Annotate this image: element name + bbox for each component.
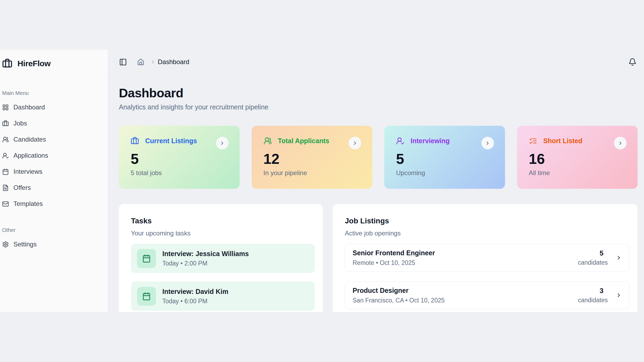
job-candidate-count: 3 (578, 287, 603, 295)
user-check-icon (2, 152, 9, 159)
nav-list-other: Settings (2, 238, 104, 251)
chevron-right-icon (616, 292, 622, 298)
stat-card-interviewing[interactable]: Interviewing 5 Upcoming (384, 126, 505, 189)
task-text: Interview: David Kim Today • 6:00 PM (162, 288, 228, 305)
bell-icon (628, 58, 636, 66)
chevron-right-icon (618, 141, 623, 146)
users-icon (264, 137, 272, 145)
task-when: Today • 2:00 PM (162, 260, 249, 267)
stat-label: Interviewing (411, 137, 450, 145)
sidebar: HireFlow Main Menu Dashboard Jobs Candid… (0, 50, 108, 312)
stat-value: 12 (264, 152, 361, 166)
page-title: Dashboard (119, 86, 638, 100)
breadcrumb-home-button[interactable] (137, 58, 144, 66)
stat-label: Total Applicants (278, 137, 330, 145)
job-row-right: 3 candidates (578, 287, 622, 304)
job-listings-card: Job Listings Active job openings Senior … (333, 204, 638, 312)
job-row[interactable]: Product Designer San Francisco, CA • Oct… (345, 281, 630, 309)
sidebar-item-label: Candidates (13, 136, 46, 143)
panel-left-icon (119, 58, 127, 66)
chevron-right-icon (616, 255, 622, 261)
job-candidate-count-label: candidates (578, 259, 608, 266)
sidebar-item-interviews[interactable]: Interviews (2, 165, 104, 178)
sidebar-item-label: Offers (13, 184, 31, 191)
topbar: Dashboard (108, 50, 644, 74)
sidebar-item-label: Jobs (13, 120, 27, 127)
stat-arrow-button[interactable] (216, 137, 229, 149)
job-row-right: 5 candidates (578, 249, 622, 266)
job-listings-subtitle: Active job openings (345, 229, 630, 237)
gear-icon (2, 241, 9, 248)
sidebar-item-label: Settings (13, 241, 37, 248)
stat-label: Current Listings (145, 137, 197, 145)
users-icon (2, 136, 9, 143)
main-content: Dashboard Analytics and insights for you… (108, 75, 644, 312)
calendar-icon (142, 254, 151, 263)
sidebar-item-offers[interactable]: Offers (2, 181, 104, 194)
sidebar-item-label: Dashboard (13, 104, 45, 111)
job-meta: Remote • Oct 10, 2025 (353, 259, 435, 267)
job-meta: San Francisco, CA • Oct 10, 2025 (353, 297, 445, 304)
task-item[interactable]: Interview: Jessica Williams Today • 2:00… (131, 244, 315, 273)
job-text: Product Designer San Francisco, CA • Oct… (353, 287, 445, 304)
job-open-button[interactable] (616, 292, 622, 298)
stat-arrow-button[interactable] (481, 137, 494, 149)
sidebar-item-candidates[interactable]: Candidates (2, 133, 104, 146)
stat-caption: All time (529, 169, 627, 177)
sidebar-item-applications[interactable]: Applications (2, 149, 104, 162)
layout-grid-icon (2, 104, 9, 111)
calendar-icon (2, 168, 9, 175)
mail-icon (2, 201, 9, 207)
job-listings-title: Job Listings (345, 216, 630, 226)
task-text: Interview: Jessica Williams Today • 2:00… (162, 250, 249, 267)
notifications-button[interactable] (628, 58, 636, 66)
task-list: Interview: Jessica Williams Today • 2:00… (131, 244, 315, 311)
file-text-icon (2, 184, 9, 191)
calendar-icon (142, 292, 151, 301)
brand-logo[interactable]: HireFlow (2, 58, 104, 69)
job-title: Product Designer (353, 287, 445, 294)
task-title: Interview: Jessica Williams (162, 250, 249, 258)
chevron-right-icon (352, 141, 358, 146)
task-title: Interview: David Kim (162, 288, 228, 295)
task-item[interactable]: Interview: David Kim Today • 6:00 PM (131, 282, 315, 311)
task-icon-tile (137, 287, 156, 306)
sidebar-toggle-button[interactable] (119, 58, 127, 66)
stat-arrow-button[interactable] (614, 137, 627, 149)
stat-value: 5 (131, 152, 229, 166)
job-list: Senior Frontend Engineer Remote • Oct 10… (345, 244, 630, 309)
tasks-title: Tasks (131, 216, 315, 226)
task-when: Today • 6:00 PM (162, 298, 228, 305)
stat-value: 16 (529, 152, 627, 166)
job-row[interactable]: Senior Frontend Engineer Remote • Oct 10… (345, 244, 630, 272)
sidebar-item-label: Interviews (13, 168, 42, 175)
user-check-icon (396, 137, 404, 145)
stat-card-header: Total Applicants (264, 137, 361, 145)
sidebar-item-settings[interactable]: Settings (2, 238, 104, 251)
nav-list-main: Dashboard Jobs Candidates Applications I… (2, 101, 104, 210)
chevron-right-icon (150, 59, 156, 65)
stat-arrow-button[interactable] (349, 137, 361, 149)
breadcrumb-separator (150, 59, 156, 65)
stat-card-short-listed[interactable]: Short Listed 16 All time (517, 126, 638, 189)
sidebar-item-dashboard[interactable]: Dashboard (2, 101, 104, 114)
stat-label: Short Listed (543, 137, 583, 145)
chevron-right-icon (485, 141, 490, 146)
page-subtitle: Analytics and insights for your recruitm… (119, 103, 638, 111)
sidebar-item-jobs[interactable]: Jobs (2, 117, 104, 130)
job-text: Senior Frontend Engineer Remote • Oct 10… (353, 249, 435, 267)
screen: HireFlow Main Menu Dashboard Jobs Candid… (0, 0, 644, 362)
tasks-subtitle: Your upcoming tasks (131, 229, 315, 237)
stat-card-current-listings[interactable]: Current Listings 5 5 total jobs (119, 126, 240, 189)
briefcase-icon (131, 137, 139, 145)
nav-group-label-main: Main Menu (2, 90, 104, 96)
job-candidate-count-label: candidates (578, 297, 608, 304)
nav-group-label-other: Other (2, 227, 104, 233)
stat-card-total-applicants[interactable]: Total Applicants 12 In your pipeline (252, 126, 372, 189)
sidebar-item-label: Templates (13, 200, 43, 208)
job-open-button[interactable] (616, 255, 622, 261)
job-candidate-count: 5 (578, 249, 603, 257)
sidebar-item-templates[interactable]: Templates (2, 197, 104, 210)
app-window: HireFlow Main Menu Dashboard Jobs Candid… (0, 50, 644, 312)
stat-card-header: Current Listings (131, 137, 229, 145)
